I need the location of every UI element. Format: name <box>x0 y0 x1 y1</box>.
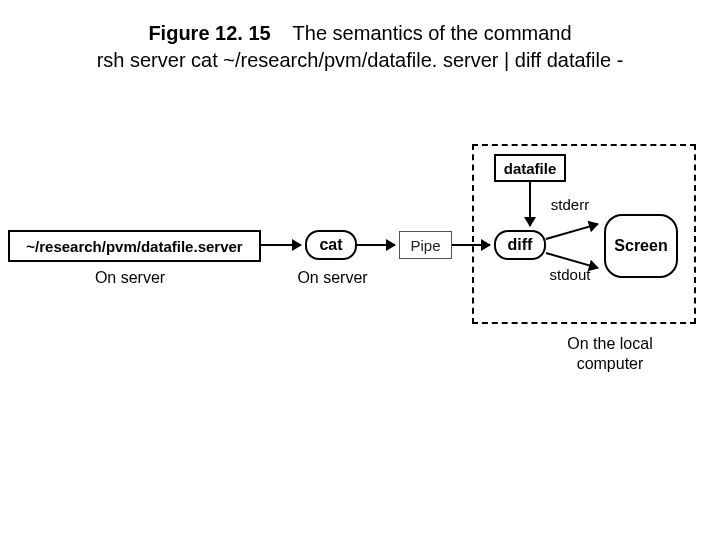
arrow-cat-to-pipe <box>357 244 395 246</box>
pipeline-diagram: ~/research/pvm/datafile.server On server… <box>0 134 720 404</box>
node-diff: diff <box>494 230 546 260</box>
arrow-pipe-to-diff <box>452 244 490 246</box>
caption-line2: rsh server cat ~/research/pvm/datafile. … <box>97 49 624 71</box>
node-cat: cat <box>305 230 357 260</box>
node-pipe: Pipe <box>399 231 452 259</box>
arrow-datafile-to-diff <box>529 182 531 226</box>
caption-line1: The semantics of the command <box>293 22 572 44</box>
label-on-server-2: On server <box>290 269 375 287</box>
node-source-file: ~/research/pvm/datafile.server <box>8 230 261 262</box>
label-on-server-1: On server <box>40 269 220 287</box>
label-local-computer: On the local computer <box>540 334 680 374</box>
figure-caption: Figure 12. 15 The semantics of the comma… <box>0 0 720 74</box>
node-datafile: datafile <box>494 154 566 182</box>
figure-number: Figure 12. 15 <box>148 22 270 44</box>
label-stderr: stderr <box>540 196 600 213</box>
arrow-path-to-cat <box>261 244 301 246</box>
node-screen: Screen <box>604 214 678 278</box>
